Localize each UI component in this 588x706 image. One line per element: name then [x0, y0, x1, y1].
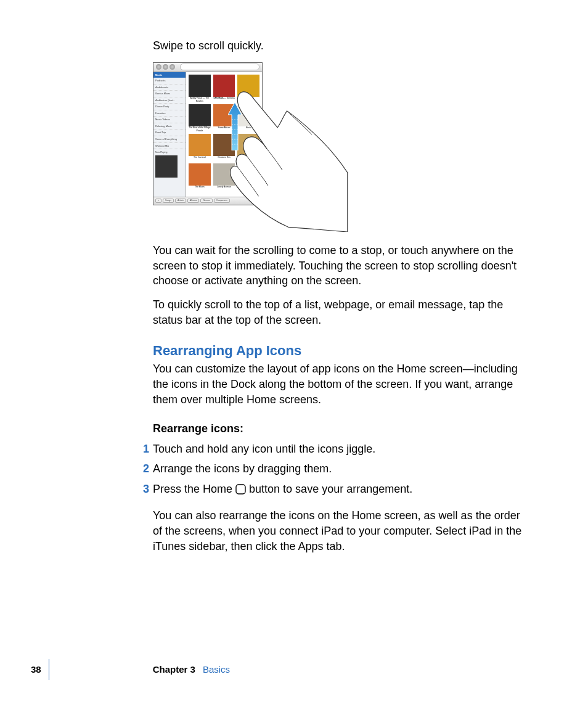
step-number: 1: [136, 441, 149, 457]
step-3: 3 Press the Home button to save your arr…: [153, 482, 530, 497]
sidebar-item: Relaxing Music: [153, 123, 186, 130]
page-footer: 38 Chapter 3 Basics: [31, 659, 230, 680]
bottom-tab: Artists: [175, 199, 186, 203]
sidebar-item: Music Videos: [153, 117, 186, 123]
step-1: 1 Touch and hold any icon until the icon…: [153, 441, 530, 457]
page-number: 38: [31, 663, 41, 676]
bottom-tab: Songs: [163, 199, 174, 203]
album-tile: The Best of the Village People: [189, 104, 211, 131]
album-tile: The Carnival: [189, 134, 211, 161]
sidebar-selected: Music: [153, 72, 186, 78]
now-playing-cover: [155, 155, 178, 178]
mock-toolbar: [153, 63, 262, 72]
bottom-tab: Albums: [187, 199, 200, 203]
sidebar-item: Podcasts: [153, 78, 186, 84]
album-tile: Abbey Road — The Beatles: [189, 75, 211, 102]
steps-heading: Rearrange icons:: [153, 421, 530, 437]
document-page: Swipe to scroll quickly. Music PodcastsA…: [0, 0, 588, 706]
step-number: 2: [136, 461, 149, 477]
swipe-illustration: Music PodcastsAudiobooksGenius MixesAudi…: [153, 62, 327, 229]
footer-divider: [49, 659, 49, 680]
chapter-label: Chapter 3: [153, 663, 195, 676]
section-body: You can customize the layout of app icon…: [153, 361, 530, 407]
intro-text: Swipe to scroll quickly.: [153, 38, 530, 54]
sidebar-item: Audiobooks: [153, 84, 186, 91]
step-number: 3: [136, 482, 149, 497]
body-paragraph-2: To quickly scroll to the top of a list, …: [153, 297, 530, 328]
sidebar-item: Auditorium (feat...: [153, 97, 186, 104]
step-text: Arrange the icons by dragging them.: [153, 461, 332, 477]
step-text: Press the Home button to save your arran…: [153, 482, 412, 497]
sidebar-item: Favorites: [153, 110, 186, 117]
sidebar-item: Some of Everything: [153, 136, 186, 143]
bottom-tab: Genres: [200, 199, 212, 203]
home-button-icon: [235, 484, 246, 495]
album-tile: The Blues: [189, 163, 211, 191]
now-playing-label: Now Playing: [155, 151, 167, 154]
sidebar-item: Road Trip: [153, 129, 186, 136]
chapter-name: Basics: [203, 663, 230, 676]
section-heading: Rearranging App Icons: [153, 342, 530, 360]
sidebar-item: Workout Mix: [153, 143, 186, 150]
mock-sidebar: Music PodcastsAudiobooksGenius MixesAudi…: [153, 72, 186, 197]
step-text: Touch and hold any icon until the icons …: [153, 441, 375, 457]
sidebar-item: Genius Mixes: [153, 91, 186, 97]
search-pill: [180, 64, 259, 70]
sidebar-item: Dinner Party: [153, 104, 186, 110]
closing-paragraph: You can also rearrange the icons on the …: [153, 508, 530, 554]
step-2: 2 Arrange the icons by dragging them.: [153, 461, 530, 477]
svg-rect-7: [236, 485, 245, 494]
body-paragraph-1: You can wait for the scrolling to come t…: [153, 243, 530, 289]
hand-icon: [214, 78, 350, 232]
